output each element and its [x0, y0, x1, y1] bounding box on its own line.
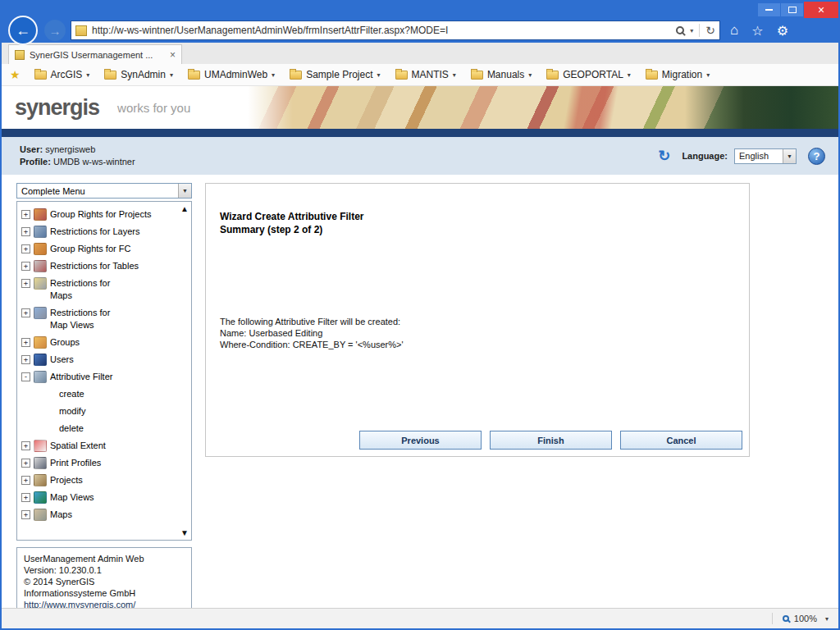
expand-icon[interactable]: +: [21, 510, 30, 519]
expand-icon[interactable]: +: [21, 338, 30, 347]
scroll-down-icon[interactable]: [180, 528, 189, 537]
expand-icon[interactable]: +: [21, 227, 30, 236]
tree-item-print-profiles[interactable]: +Print Profiles: [21, 454, 178, 472]
tree-item-create[interactable]: create: [21, 386, 178, 403]
address-bar[interactable]: [71, 21, 720, 40]
favorites-icon[interactable]: [751, 23, 763, 39]
expand-icon[interactable]: +: [21, 493, 30, 502]
tree-item-label[interactable]: Group Rights for Projects: [50, 208, 152, 221]
collapse-icon[interactable]: -: [21, 372, 30, 381]
favorites-item-umadminweb[interactable]: UMAdminWeb: [180, 66, 282, 83]
expand-icon[interactable]: +: [21, 279, 30, 288]
cancel-button[interactable]: Cancel: [620, 431, 742, 450]
gear-icon[interactable]: [777, 23, 788, 39]
close-button[interactable]: [804, 2, 838, 18]
tree-item-maps[interactable]: +Maps: [21, 506, 178, 523]
tree-item-delete[interactable]: delete: [21, 420, 178, 437]
tree-item-label[interactable]: Map Views: [50, 491, 94, 504]
chevron-down-icon: [528, 71, 532, 79]
expand-icon[interactable]: +: [21, 355, 30, 364]
synergis-logo: synergis: [15, 95, 99, 121]
synergis-website-link[interactable]: http://www.mysynergis.com/: [24, 600, 135, 608]
chevron-down-icon: [783, 149, 796, 163]
tree-item-label[interactable]: Users: [50, 354, 74, 366]
tab-row: SynerGIS Usermanagement ...: [2, 43, 838, 64]
expand-icon[interactable]: +: [21, 459, 30, 468]
tree-item-spatial-extent[interactable]: +Spatial Extent: [21, 437, 178, 454]
user-label: User:: [20, 144, 43, 154]
tree-item-label[interactable]: delete: [59, 422, 84, 435]
zoom-level[interactable]: 100%: [794, 614, 817, 623]
back-button[interactable]: [8, 16, 38, 45]
address-input[interactable]: [92, 25, 671, 36]
scroll-up-icon[interactable]: [180, 204, 189, 213]
tree-item-label[interactable]: Attributive Filter: [50, 371, 112, 383]
favorite-label: Manuals: [487, 69, 524, 80]
tree-item-users[interactable]: +Users: [21, 351, 178, 368]
tree-item-label[interactable]: Restrictions for Tables: [50, 260, 139, 272]
tree-item-group-rights-for-fc[interactable]: +Group Rights for FC: [21, 240, 178, 258]
wizard-buttons: Previous Finish Cancel: [212, 431, 742, 450]
tree-item-label[interactable]: Maps: [50, 509, 72, 521]
previous-button[interactable]: Previous: [359, 431, 482, 450]
tree-item-label[interactable]: modify: [59, 405, 85, 418]
tree-item-group-rights-for-projects[interactable]: +Group Rights for Projects: [21, 206, 178, 223]
tree-item-label[interactable]: Group Rights for FC: [50, 243, 130, 255]
favorites-item-sample-project[interactable]: Sample Project: [282, 66, 387, 83]
maximize-button[interactable]: [781, 3, 803, 16]
help-button[interactable]: [808, 148, 825, 165]
expand-icon[interactable]: +: [21, 244, 30, 253]
tree-item-label[interactable]: Projects: [50, 474, 83, 486]
forward-button[interactable]: [44, 20, 66, 41]
expand-icon[interactable]: +: [21, 441, 30, 450]
page-icon: [75, 25, 87, 36]
tree-item-label[interactable]: Restrictions for Maps: [50, 277, 121, 302]
folder-icon: [471, 71, 483, 80]
minimize-button[interactable]: [758, 3, 780, 16]
about-line: Version: 10.230.0.1: [24, 564, 185, 576]
add-favorite-icon[interactable]: [10, 68, 21, 81]
favorites-item-migration[interactable]: Migration: [638, 66, 717, 83]
expand-icon[interactable]: +: [21, 308, 30, 317]
refresh-icon[interactable]: [705, 24, 715, 37]
tree-item-label[interactable]: Spatial Extent: [50, 440, 106, 452]
restrictions-for-maps-icon: [34, 277, 47, 290]
tree-item-modify[interactable]: modify: [21, 403, 178, 420]
finish-button[interactable]: Finish: [490, 431, 612, 450]
favorites-item-synadmin[interactable]: SynAdmin: [97, 66, 180, 83]
tree-item-projects[interactable]: +Projects: [21, 472, 178, 489]
tree-item-restrictions-for-map-views[interactable]: +Restrictions for Map Views: [21, 304, 178, 334]
menu-select[interactable]: Complete Menu: [16, 183, 192, 199]
tree-item-label[interactable]: Groups: [50, 336, 80, 349]
favorites-item-arcgis[interactable]: ArcGIS: [27, 66, 98, 83]
tree-item-label[interactable]: Print Profiles: [50, 457, 101, 469]
tree-item-label[interactable]: create: [59, 388, 84, 400]
tree-item-label[interactable]: Restrictions for Layers: [50, 226, 139, 238]
tree-item-groups[interactable]: +Groups: [21, 334, 178, 351]
tree-item-restrictions-for-maps[interactable]: +Restrictions for Maps: [21, 275, 178, 304]
chevron-down-icon[interactable]: [690, 27, 693, 34]
favorites-item-geoportal[interactable]: GEOPORTAL: [539, 66, 638, 83]
maps-icon: [34, 509, 47, 521]
tab-close-icon[interactable]: [170, 49, 176, 61]
chevron-down-icon: [628, 71, 631, 79]
tab-synergis-usermanagement[interactable]: SynerGIS Usermanagement ...: [8, 44, 182, 64]
home-icon[interactable]: [730, 22, 738, 39]
favorites-item-manuals[interactable]: Manuals: [463, 66, 539, 83]
chevron-down-icon[interactable]: [825, 615, 829, 623]
tree-item-restrictions-for-tables[interactable]: +Restrictions for Tables: [21, 258, 178, 275]
refresh-language-icon[interactable]: [658, 147, 670, 165]
tree-item-restrictions-for-layers[interactable]: +Restrictions for Layers: [21, 223, 178, 240]
language-select[interactable]: English: [734, 148, 797, 164]
folder-icon: [104, 71, 116, 80]
favorites-item-mantis[interactable]: MANTIS: [388, 66, 463, 83]
summary-line-where-condition: Where-Condition: CREATE_BY = '<%user%>': [220, 339, 742, 350]
expand-icon[interactable]: +: [21, 476, 30, 485]
tree-item-attributive-filter[interactable]: -Attributive Filter: [21, 368, 178, 386]
expand-icon[interactable]: +: [21, 210, 30, 219]
expand-icon[interactable]: +: [21, 262, 30, 271]
search-icon[interactable]: [676, 26, 684, 34]
tree-item-map-views[interactable]: +Map Views: [21, 489, 178, 506]
favorite-label: Sample Project: [306, 69, 372, 80]
tree-item-label[interactable]: Restrictions for Map Views: [50, 307, 121, 331]
